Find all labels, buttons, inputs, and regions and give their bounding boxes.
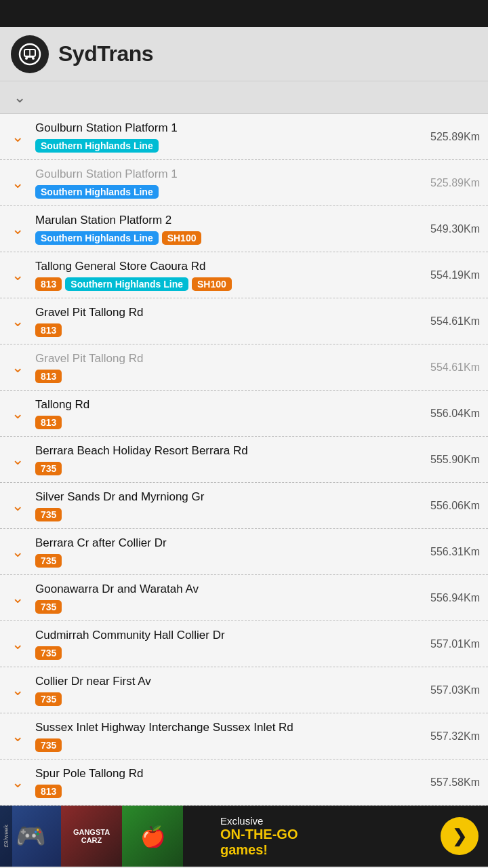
app-header: SydTrans: [0, 27, 488, 81]
item-chevron-col: ⌄: [0, 683, 35, 698]
list-item[interactable]: ⌄Silver Sands Dr and Myrniong Gr735556.0…: [0, 483, 488, 529]
item-chevron-col: ⌄: [0, 314, 35, 329]
item-tag: 813: [35, 785, 62, 798]
item-content: Collier Dr near First Av735: [35, 674, 412, 705]
ad-text-area: Exclusive ON-THE-GO games!: [209, 815, 441, 858]
item-name: Tallong General Store Caoura Rd: [35, 259, 412, 274]
item-chevron-icon: ⌄: [12, 314, 24, 329]
item-tags: 735: [35, 600, 412, 614]
item-tag: Southern Highlands Line: [65, 277, 188, 291]
ad-game-thumb-2: GANGSTA CARZ: [61, 806, 122, 867]
item-chevron-col: ⌄: [0, 498, 35, 513]
item-chevron-icon: ⌄: [12, 406, 24, 421]
item-tag: 813: [35, 416, 62, 429]
list-item[interactable]: ⌄Gravel Pit Tallong Rd813554.61Km: [0, 298, 488, 344]
item-tag: 735: [35, 738, 62, 752]
item-chevron-col: ⌄: [0, 268, 35, 283]
list-item[interactable]: ⌄Cudmirrah Community Hall Collier Dr7355…: [0, 621, 488, 667]
item-tags: Southern Highlands LineSH100: [35, 231, 412, 245]
list-item[interactable]: ⌄Gravel Pit Tallong Rd813554.61Km: [0, 344, 488, 391]
ad-exclusive-label: Exclusive: [220, 815, 263, 827]
item-content: Berrara Beach Holiday Resort Berrara Rd7…: [35, 443, 412, 475]
item-distance: 556.06Km: [412, 500, 480, 512]
list-item[interactable]: ⌄Goonawarra Dr and Waratah Av735556.94Km: [0, 575, 488, 621]
item-tag: 813: [35, 323, 62, 337]
item-chevron-icon: ⌄: [12, 222, 24, 237]
ad-arrow-button[interactable]: ❯: [441, 817, 479, 855]
item-content: Goonawarra Dr and Waratah Av735: [35, 582, 412, 613]
item-chevron-icon: ⌄: [12, 683, 24, 698]
list-item[interactable]: ⌄Tallong Rd813556.04Km: [0, 391, 488, 437]
item-tag: 813: [35, 277, 62, 291]
item-chevron-icon: ⌄: [12, 268, 24, 283]
item-tag: Southern Highlands Line: [35, 139, 159, 153]
item-content: Goulburn Station Platform 1Southern High…: [35, 121, 412, 152]
item-tags: 813Southern Highlands LineSH100: [35, 277, 412, 291]
item-chevron-col: ⌄: [0, 130, 35, 144]
item-tags: 813: [35, 416, 412, 429]
item-content: Sussex Inlet Highway Interchange Sussex …: [35, 720, 412, 751]
item-content: Marulan Station Platform 2Southern Highl…: [35, 213, 412, 244]
ad-games-label: games!: [220, 842, 268, 858]
list-item[interactable]: ⌄Goulburn Station Platform 1Southern Hig…: [0, 160, 488, 206]
list-item[interactable]: ⌄Collier Dr near First Av735557.03Km: [0, 667, 488, 713]
list-item[interactable]: ⌄Tallong General Store Caoura Rd813South…: [0, 252, 488, 298]
item-distance: 556.31Km: [412, 546, 480, 558]
section-chevron-icon: ⌄: [14, 89, 26, 106]
ad-banner[interactable]: £9/week 🎮 GANGSTA CARZ 🍎 Exclusive ON-TH…: [0, 806, 488, 867]
list-item[interactable]: ⌄Berrara Beach Holiday Resort Berrara Rd…: [0, 437, 488, 483]
item-name: Silver Sands Dr and Myrniong Gr: [35, 490, 412, 505]
item-tag: SH100: [162, 231, 202, 245]
stop-list: ⌄Goulburn Station Platform 1Southern Hig…: [0, 114, 488, 806]
list-item[interactable]: ⌄Goulburn Station Platform 1Southern Hig…: [0, 114, 488, 160]
item-chevron-icon: ⌄: [12, 498, 24, 513]
item-chevron-icon: ⌄: [12, 591, 24, 606]
ad-week-text: £9/week: [0, 806, 12, 867]
item-name: Berrara Beach Holiday Resort Berrara Rd: [35, 443, 412, 458]
item-content: Spur Pole Tallong Rd813: [35, 766, 412, 797]
item-name: Marulan Station Platform 2: [35, 213, 412, 228]
list-item[interactable]: ⌄Berrara Cr after Collier Dr735556.31Km: [0, 529, 488, 575]
item-tags: Southern Highlands Line: [35, 185, 412, 199]
item-tag: 813: [35, 370, 62, 383]
item-tag: 735: [35, 646, 62, 660]
item-distance: 525.89Km: [412, 177, 480, 189]
item-content: Berrara Cr after Collier Dr735: [35, 536, 412, 567]
item-tag: 735: [35, 508, 62, 521]
item-tags: 735: [35, 554, 412, 568]
item-distance: 549.30Km: [412, 223, 480, 235]
item-distance: 556.04Km: [412, 408, 480, 420]
item-chevron-icon: ⌄: [12, 130, 24, 144]
item-distance: 557.01Km: [412, 638, 480, 650]
item-chevron-col: ⌄: [0, 452, 35, 467]
item-tag: Southern Highlands Line: [35, 185, 159, 199]
item-tag: 735: [35, 692, 62, 706]
item-chevron-col: ⌄: [0, 406, 35, 421]
item-chevron-col: ⌄: [0, 591, 35, 606]
list-item[interactable]: ⌄Spur Pole Tallong Rd813557.58Km: [0, 760, 488, 806]
item-tags: Southern Highlands Line: [35, 139, 412, 153]
item-name: Goulburn Station Platform 1: [35, 167, 412, 182]
item-name: Spur Pole Tallong Rd: [35, 766, 412, 781]
item-name: Sussex Inlet Highway Interchange Sussex …: [35, 720, 412, 735]
app-icon: [11, 35, 49, 73]
item-distance: 557.58Km: [412, 776, 480, 789]
item-chevron-icon: ⌄: [12, 176, 24, 191]
app-title: SydTrans: [58, 41, 153, 66]
item-tags: 735: [35, 692, 412, 706]
item-chevron-col: ⌄: [0, 545, 35, 559]
item-tag: 735: [35, 554, 62, 568]
item-chevron-icon: ⌄: [12, 729, 24, 744]
item-tags: 735: [35, 738, 412, 752]
item-chevron-col: ⌄: [0, 637, 35, 652]
item-content: Gravel Pit Tallong Rd813: [35, 305, 412, 336]
item-chevron-col: ⌄: [0, 775, 35, 790]
item-tags: 813: [35, 323, 412, 337]
list-item[interactable]: ⌄Sussex Inlet Highway Interchange Sussex…: [0, 713, 488, 760]
item-distance: 525.89Km: [412, 131, 480, 143]
list-item[interactable]: ⌄Marulan Station Platform 2Southern High…: [0, 206, 488, 252]
item-chevron-col: ⌄: [0, 222, 35, 237]
item-chevron-col: ⌄: [0, 360, 35, 375]
item-name: Collier Dr near First Av: [35, 674, 412, 689]
section-divider[interactable]: ⌄: [0, 81, 488, 114]
